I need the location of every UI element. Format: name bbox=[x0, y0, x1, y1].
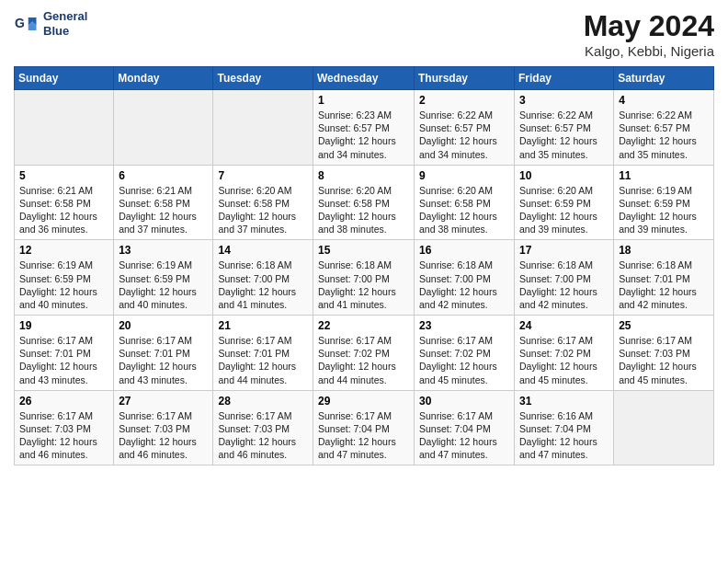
day-info: Sunrise: 6:20 AM Sunset: 6:59 PM Dayligh… bbox=[519, 184, 609, 236]
calendar-cell: 30Sunrise: 6:17 AM Sunset: 7:04 PM Dayli… bbox=[415, 390, 515, 465]
day-number: 4 bbox=[619, 94, 709, 107]
day-info: Sunrise: 6:17 AM Sunset: 7:03 PM Dayligh… bbox=[119, 409, 208, 462]
day-info: Sunrise: 6:20 AM Sunset: 6:58 PM Dayligh… bbox=[318, 184, 409, 236]
calendar-cell: 6Sunrise: 6:21 AM Sunset: 6:58 PM Daylig… bbox=[114, 165, 213, 240]
day-info: Sunrise: 6:17 AM Sunset: 7:02 PM Dayligh… bbox=[419, 334, 509, 386]
title-block: May 2024 Kalgo, Kebbi, Nigeria bbox=[584, 9, 714, 59]
calendar-cell: 5Sunrise: 6:21 AM Sunset: 6:58 PM Daylig… bbox=[15, 165, 114, 240]
day-number: 15 bbox=[318, 244, 409, 257]
day-number: 13 bbox=[119, 244, 208, 257]
day-number: 17 bbox=[519, 244, 609, 257]
calendar-week-5: 26Sunrise: 6:17 AM Sunset: 7:03 PM Dayli… bbox=[15, 390, 714, 465]
weekday-header-saturday: Saturday bbox=[614, 67, 714, 90]
day-number: 10 bbox=[519, 169, 609, 182]
calendar-cell: 23Sunrise: 6:17 AM Sunset: 7:02 PM Dayli… bbox=[415, 316, 515, 391]
calendar-cell: 22Sunrise: 6:17 AM Sunset: 7:02 PM Dayli… bbox=[313, 316, 415, 391]
weekday-header-monday: Monday bbox=[114, 67, 213, 90]
day-number: 28 bbox=[218, 395, 308, 408]
calendar-cell bbox=[213, 90, 313, 166]
calendar-cell: 18Sunrise: 6:18 AM Sunset: 7:01 PM Dayli… bbox=[614, 240, 714, 316]
calendar-cell: 9Sunrise: 6:20 AM Sunset: 6:58 PM Daylig… bbox=[415, 165, 515, 240]
day-number: 5 bbox=[19, 169, 108, 182]
calendar-cell: 4Sunrise: 6:22 AM Sunset: 6:57 PM Daylig… bbox=[614, 90, 714, 166]
day-number: 29 bbox=[318, 395, 409, 408]
day-number: 12 bbox=[19, 244, 108, 257]
day-number: 14 bbox=[218, 244, 308, 257]
calendar-cell: 28Sunrise: 6:17 AM Sunset: 7:03 PM Dayli… bbox=[213, 390, 313, 465]
day-number: 22 bbox=[318, 319, 409, 332]
calendar-table: SundayMondayTuesdayWednesdayThursdayFrid… bbox=[14, 66, 714, 465]
weekday-header-thursday: Thursday bbox=[415, 67, 515, 90]
day-info: Sunrise: 6:18 AM Sunset: 7:00 PM Dayligh… bbox=[318, 259, 409, 311]
weekday-header-tuesday: Tuesday bbox=[213, 67, 313, 90]
day-number: 8 bbox=[318, 169, 409, 182]
day-number: 27 bbox=[119, 395, 208, 408]
calendar-cell: 20Sunrise: 6:17 AM Sunset: 7:01 PM Dayli… bbox=[114, 316, 213, 391]
day-number: 7 bbox=[218, 169, 308, 182]
calendar-cell: 3Sunrise: 6:22 AM Sunset: 6:57 PM Daylig… bbox=[515, 90, 614, 166]
calendar-cell: 11Sunrise: 6:19 AM Sunset: 6:59 PM Dayli… bbox=[614, 165, 714, 240]
day-info: Sunrise: 6:22 AM Sunset: 6:57 PM Dayligh… bbox=[419, 109, 509, 161]
day-info: Sunrise: 6:21 AM Sunset: 6:58 PM Dayligh… bbox=[119, 184, 208, 236]
day-number: 23 bbox=[419, 319, 509, 332]
day-info: Sunrise: 6:16 AM Sunset: 7:04 PM Dayligh… bbox=[519, 409, 609, 462]
day-info: Sunrise: 6:17 AM Sunset: 7:01 PM Dayligh… bbox=[119, 334, 208, 386]
day-info: Sunrise: 6:23 AM Sunset: 6:57 PM Dayligh… bbox=[318, 109, 409, 161]
weekday-header-sunday: Sunday bbox=[15, 67, 114, 90]
month-title: May 2024 bbox=[584, 9, 714, 43]
weekday-header-row: SundayMondayTuesdayWednesdayThursdayFrid… bbox=[15, 67, 714, 90]
day-number: 20 bbox=[119, 319, 208, 332]
day-number: 3 bbox=[519, 94, 609, 107]
calendar-cell: 29Sunrise: 6:17 AM Sunset: 7:04 PM Dayli… bbox=[313, 390, 415, 465]
weekday-header-wednesday: Wednesday bbox=[313, 67, 415, 90]
day-number: 6 bbox=[119, 169, 208, 182]
day-info: Sunrise: 6:19 AM Sunset: 6:59 PM Dayligh… bbox=[119, 259, 208, 311]
day-number: 24 bbox=[519, 319, 609, 332]
calendar-cell bbox=[114, 90, 213, 166]
calendar-cell: 15Sunrise: 6:18 AM Sunset: 7:00 PM Dayli… bbox=[313, 240, 415, 316]
calendar-cell: 1Sunrise: 6:23 AM Sunset: 6:57 PM Daylig… bbox=[313, 90, 415, 166]
logo-text: General Blue bbox=[43, 9, 87, 38]
day-number: 30 bbox=[419, 395, 509, 408]
day-info: Sunrise: 6:18 AM Sunset: 7:01 PM Dayligh… bbox=[619, 259, 709, 311]
day-info: Sunrise: 6:18 AM Sunset: 7:00 PM Dayligh… bbox=[519, 259, 609, 311]
day-number: 11 bbox=[619, 169, 709, 182]
day-info: Sunrise: 6:19 AM Sunset: 6:59 PM Dayligh… bbox=[19, 259, 108, 311]
calendar-cell: 16Sunrise: 6:18 AM Sunset: 7:00 PM Dayli… bbox=[415, 240, 515, 316]
calendar-cell: 27Sunrise: 6:17 AM Sunset: 7:03 PM Dayli… bbox=[114, 390, 213, 465]
day-info: Sunrise: 6:17 AM Sunset: 7:01 PM Dayligh… bbox=[218, 334, 308, 386]
day-info: Sunrise: 6:17 AM Sunset: 7:03 PM Dayligh… bbox=[19, 409, 108, 462]
day-number: 31 bbox=[519, 395, 609, 408]
day-number: 1 bbox=[318, 94, 409, 107]
calendar-cell: 26Sunrise: 6:17 AM Sunset: 7:03 PM Dayli… bbox=[15, 390, 114, 465]
day-number: 16 bbox=[419, 244, 509, 257]
calendar-cell: 14Sunrise: 6:18 AM Sunset: 7:00 PM Dayli… bbox=[213, 240, 313, 316]
weekday-header-friday: Friday bbox=[515, 67, 614, 90]
day-info: Sunrise: 6:22 AM Sunset: 6:57 PM Dayligh… bbox=[519, 109, 609, 161]
day-number: 18 bbox=[619, 244, 709, 257]
day-info: Sunrise: 6:21 AM Sunset: 6:58 PM Dayligh… bbox=[19, 184, 108, 236]
calendar-cell: 12Sunrise: 6:19 AM Sunset: 6:59 PM Dayli… bbox=[15, 240, 114, 316]
location-title: Kalgo, Kebbi, Nigeria bbox=[584, 43, 714, 59]
calendar-week-3: 12Sunrise: 6:19 AM Sunset: 6:59 PM Dayli… bbox=[15, 240, 714, 316]
day-info: Sunrise: 6:17 AM Sunset: 7:02 PM Dayligh… bbox=[318, 334, 409, 386]
day-info: Sunrise: 6:17 AM Sunset: 7:04 PM Dayligh… bbox=[419, 409, 509, 462]
day-info: Sunrise: 6:20 AM Sunset: 6:58 PM Dayligh… bbox=[218, 184, 308, 236]
day-number: 26 bbox=[19, 395, 108, 408]
day-info: Sunrise: 6:19 AM Sunset: 6:59 PM Dayligh… bbox=[619, 184, 709, 236]
calendar-cell: 8Sunrise: 6:20 AM Sunset: 6:58 PM Daylig… bbox=[313, 165, 415, 240]
calendar-cell: 7Sunrise: 6:20 AM Sunset: 6:58 PM Daylig… bbox=[213, 165, 313, 240]
calendar-cell bbox=[15, 90, 114, 166]
day-info: Sunrise: 6:22 AM Sunset: 6:57 PM Dayligh… bbox=[619, 109, 709, 161]
day-number: 21 bbox=[218, 319, 308, 332]
calendar-cell: 19Sunrise: 6:17 AM Sunset: 7:01 PM Dayli… bbox=[15, 316, 114, 391]
calendar-cell: 31Sunrise: 6:16 AM Sunset: 7:04 PM Dayli… bbox=[515, 390, 614, 465]
calendar-week-2: 5Sunrise: 6:21 AM Sunset: 6:58 PM Daylig… bbox=[15, 165, 714, 240]
day-number: 19 bbox=[19, 319, 108, 332]
logo: G General Blue bbox=[14, 9, 87, 38]
day-number: 9 bbox=[419, 169, 509, 182]
logo-icon: G bbox=[14, 11, 40, 37]
calendar-cell: 17Sunrise: 6:18 AM Sunset: 7:00 PM Dayli… bbox=[515, 240, 614, 316]
calendar-cell: 24Sunrise: 6:17 AM Sunset: 7:02 PM Dayli… bbox=[515, 316, 614, 391]
day-info: Sunrise: 6:17 AM Sunset: 7:02 PM Dayligh… bbox=[519, 334, 609, 386]
